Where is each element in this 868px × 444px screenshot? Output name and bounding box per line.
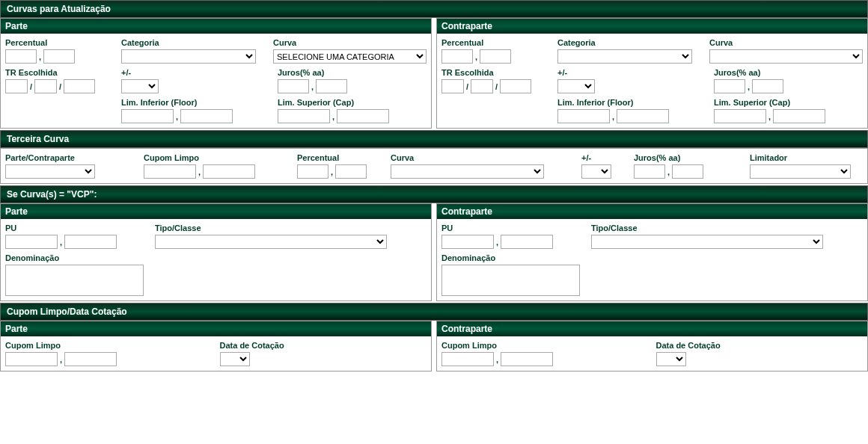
comma-separator: , <box>59 238 63 247</box>
parte-tr-day[interactable] <box>5 79 28 93</box>
terceira-maismenos-select[interactable] <box>581 164 611 179</box>
vcp-parte-pu-int[interactable] <box>5 235 58 249</box>
parte-juros-int[interactable] <box>278 79 309 93</box>
section-header-cupom: Cupom Limpo/Data Cotação <box>0 303 868 321</box>
label-cupom-limpo: Cupom Limpo <box>441 341 649 350</box>
comma-separator: , <box>667 167 670 176</box>
parte-limsup-int[interactable] <box>278 109 330 123</box>
label-tipo-classe: Tipo/Classe <box>155 223 427 232</box>
parte-tr-year[interactable] <box>64 79 95 93</box>
panel-title-parte: Parte <box>1 321 431 336</box>
parte-tr-month[interactable] <box>34 79 57 93</box>
terceira-percentual-int[interactable] <box>297 164 328 179</box>
contraparte-curva-select[interactable] <box>709 49 863 64</box>
parte-curva-select[interactable]: SELECIONE UMA CATEGORIA <box>273 49 427 64</box>
label-lim-sup: Lim. Superior (Cap) <box>714 98 863 107</box>
slash-separator: / <box>58 82 62 91</box>
section-header-vcp: Se Curva(s) = "VCP": <box>0 185 868 203</box>
terceira-cupom-int[interactable] <box>144 164 196 179</box>
panel-title-parte: Parte <box>1 19 431 34</box>
contraparte-tr-month[interactable] <box>471 79 493 93</box>
label-parte-contraparte: Parte/Contraparte <box>5 153 136 162</box>
comma-separator: , <box>175 112 179 121</box>
vcp-contra-denominacao[interactable] <box>441 265 580 296</box>
parte-liminf-int[interactable] <box>121 109 174 123</box>
contraparte-juros-int[interactable] <box>714 79 745 93</box>
label-percentual: Percentual <box>297 153 383 162</box>
label-curva: Curva <box>709 38 863 47</box>
cupom-contra-data-select[interactable] <box>656 352 686 366</box>
label-denominacao: Denominação <box>441 253 580 262</box>
label-pu: PU <box>5 223 147 232</box>
terceira-cupom-dec[interactable] <box>203 164 255 179</box>
parte-percentual-int[interactable] <box>5 49 37 64</box>
slash-separator: / <box>495 82 498 91</box>
panel-title-contraparte: Contraparte <box>437 321 867 336</box>
label-juros: Juros(% aa) <box>278 68 427 77</box>
slash-separator: / <box>465 82 469 91</box>
label-juros: Juros(% aa) <box>714 68 863 77</box>
contraparte-limsup-int[interactable] <box>714 109 766 123</box>
vcp-contra-tipoclasse-select[interactable] <box>591 235 823 249</box>
vcp-parte-tipoclasse-select[interactable] <box>155 235 387 249</box>
slash-separator: / <box>29 82 33 91</box>
section-header-curvas: Curvas para Atualização <box>0 0 868 18</box>
comma-separator: , <box>611 112 615 121</box>
panel-title-parte: Parte <box>1 204 431 219</box>
parte-percentual-dec[interactable] <box>43 49 75 64</box>
contraparte-categoria-select[interactable] <box>557 49 692 64</box>
label-maismenos: +/- <box>121 68 270 77</box>
terceira-curva-select[interactable] <box>391 164 544 179</box>
cupom-parte-data-select[interactable] <box>220 352 250 366</box>
contraparte-liminf-int[interactable] <box>557 109 610 123</box>
comma-separator: , <box>311 82 314 91</box>
cupom-contra-int[interactable] <box>441 352 494 366</box>
label-tr-escolhida: TR Escolhida <box>441 68 550 77</box>
terceira-juros-dec[interactable] <box>672 164 703 179</box>
contraparte-tr-year[interactable] <box>500 79 531 93</box>
vcp-contra-pu-int[interactable] <box>441 235 494 249</box>
contraparte-maismenos-select[interactable] <box>557 79 595 93</box>
cupom-contra-dec[interactable] <box>501 352 553 366</box>
label-denominacao: Denominação <box>5 253 144 262</box>
label-curva: Curva <box>273 38 427 47</box>
contraparte-tr-day[interactable] <box>441 79 464 93</box>
terceira-parte-select[interactable] <box>5 164 95 179</box>
cupom-parte-int[interactable] <box>5 352 58 366</box>
parte-juros-dec[interactable] <box>316 79 347 93</box>
parte-liminf-dec[interactable] <box>180 109 233 123</box>
parte-maismenos-select[interactable] <box>121 79 159 93</box>
contraparte-liminf-dec[interactable] <box>617 109 669 123</box>
contraparte-juros-dec[interactable] <box>752 79 783 93</box>
label-lim-inf: Lim. Inferior (Floor) <box>121 98 270 107</box>
terceira-limitador-select[interactable] <box>750 164 851 179</box>
comma-separator: , <box>747 82 751 91</box>
contraparte-percentual-int[interactable] <box>441 49 473 64</box>
label-cupom-limpo: Cupom Limpo <box>5 341 213 350</box>
label-curva: Curva <box>391 153 574 162</box>
label-limitador: Limitador <box>750 153 863 162</box>
cupom-parte-dec[interactable] <box>64 352 117 366</box>
comma-separator: , <box>495 238 499 247</box>
comma-separator: , <box>330 167 334 176</box>
label-lim-sup: Lim. Superior (Cap) <box>278 98 427 107</box>
terceira-juros-int[interactable] <box>634 164 665 179</box>
label-percentual: Percentual <box>441 38 550 47</box>
label-pu: PU <box>441 223 584 232</box>
label-categoria: Categoria <box>121 38 266 47</box>
vcp-parte-pu-dec[interactable] <box>64 235 117 249</box>
label-cupom-limpo: Cupom Limpo <box>144 153 290 162</box>
comma-separator: , <box>198 167 201 176</box>
vcp-parte-denominacao[interactable] <box>5 265 144 296</box>
label-lim-inf: Lim. Inferior (Floor) <box>557 98 706 107</box>
parte-limsup-dec[interactable] <box>337 109 389 123</box>
section-header-terceira: Terceira Curva <box>0 130 868 148</box>
contraparte-limsup-dec[interactable] <box>773 109 825 123</box>
terceira-percentual-dec[interactable] <box>335 164 367 179</box>
vcp-contra-pu-dec[interactable] <box>501 235 553 249</box>
parte-categoria-select[interactable] <box>121 49 256 64</box>
comma-separator: , <box>331 112 335 121</box>
label-categoria: Categoria <box>557 38 702 47</box>
contraparte-percentual-dec[interactable] <box>480 49 511 64</box>
panel-title-contraparte: Contraparte <box>437 19 867 34</box>
